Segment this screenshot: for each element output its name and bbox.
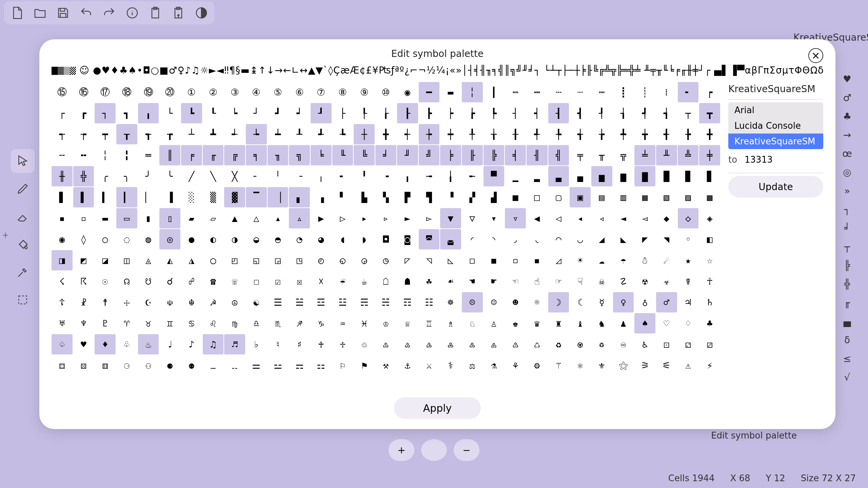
symbol-cell[interactable]: ♅ bbox=[52, 313, 73, 333]
symbol-cell[interactable]: ☭ bbox=[203, 292, 224, 312]
symbol-cell[interactable]: ┲ bbox=[159, 124, 180, 144]
symbol-cell[interactable]: ☈ bbox=[73, 271, 94, 291]
symbol-cell[interactable]: ⚟ bbox=[656, 355, 677, 375]
symbol-cell[interactable]: ▍ bbox=[95, 187, 116, 207]
symbol-cell[interactable]: ♿ bbox=[634, 334, 655, 354]
symbol-cell[interactable]: ╚ bbox=[354, 145, 375, 165]
symbol-cell[interactable]: ▽ bbox=[462, 208, 483, 228]
symbol-cell[interactable]: ◴ bbox=[311, 250, 332, 270]
sidebar-symbol[interactable]: ◎ bbox=[834, 167, 860, 178]
symbol-cell[interactable]: ▎ bbox=[116, 187, 137, 207]
zoom-out-button[interactable]: − bbox=[454, 439, 479, 461]
symbol-cell[interactable]: ♵ bbox=[419, 334, 440, 354]
symbol-cell[interactable]: ② bbox=[203, 82, 224, 102]
symbol-cell[interactable]: ☓ bbox=[311, 271, 332, 291]
symbol-cell[interactable]: ┬ bbox=[678, 103, 699, 123]
symbol-cell[interactable]: ◍ bbox=[138, 229, 159, 249]
symbol-cell[interactable]: ☝ bbox=[527, 271, 548, 291]
symbol-cell[interactable]: ╽ bbox=[440, 166, 461, 186]
symbol-cell[interactable]: ┚ bbox=[311, 103, 332, 123]
symbol-cell[interactable]: ◤ bbox=[634, 229, 655, 249]
symbol-cell[interactable]: ♜ bbox=[548, 313, 569, 333]
symbol-cell[interactable]: ╾ bbox=[462, 166, 483, 186]
symbol-cell[interactable]: ▿ bbox=[505, 208, 526, 228]
symbol-cell[interactable]: ♕ bbox=[397, 313, 418, 333]
marquee-tool[interactable] bbox=[11, 288, 35, 312]
symbol-cell[interactable]: ☨ bbox=[95, 292, 116, 312]
symbol-cell[interactable]: ⚕ bbox=[440, 355, 461, 375]
symbol-cell[interactable]: ▹ bbox=[375, 208, 396, 228]
symbol-cell[interactable]: ╪ bbox=[699, 145, 720, 165]
symbol-cell[interactable]: ┺ bbox=[332, 124, 353, 144]
symbol-cell[interactable]: ☤ bbox=[678, 271, 699, 291]
symbol-cell[interactable]: ◶ bbox=[354, 250, 375, 270]
symbol-cell[interactable]: ╆ bbox=[591, 124, 612, 144]
symbol-cell[interactable]: ⚝ bbox=[613, 355, 634, 375]
symbol-cell[interactable]: ◐ bbox=[203, 229, 224, 249]
symbol-cell[interactable]: ┯ bbox=[95, 124, 116, 144]
sidebar-symbol[interactable]: ╠ bbox=[834, 260, 860, 271]
symbol-cell[interactable]: ╥ bbox=[591, 145, 612, 165]
font-option[interactable]: Arial bbox=[728, 102, 823, 118]
symbol-cell[interactable]: ☼ bbox=[527, 292, 548, 312]
symbol-cell[interactable]: ╵ bbox=[268, 166, 289, 186]
symbol-cell[interactable]: ◛ bbox=[440, 229, 461, 249]
symbol-cell[interactable]: ☬ bbox=[181, 292, 202, 312]
symbol-cell[interactable]: ┦ bbox=[591, 103, 612, 123]
symbol-cell[interactable]: ▙ bbox=[354, 187, 375, 207]
sidebar-symbol[interactable]: √ bbox=[834, 372, 860, 383]
symbol-cell[interactable]: ╌ bbox=[52, 145, 73, 165]
symbol-cell[interactable]: ╅ bbox=[570, 124, 591, 144]
symbol-cell[interactable]: ♻ bbox=[548, 334, 569, 354]
symbol-cell[interactable]: ┹ bbox=[311, 124, 332, 144]
symbol-cell[interactable]: ☾ bbox=[570, 292, 591, 312]
symbol-cell[interactable]: ☦ bbox=[52, 292, 73, 312]
symbol-cell[interactable]: ⑮ bbox=[52, 82, 73, 102]
symbol-cell[interactable]: ♒ bbox=[332, 313, 353, 333]
symbol-cell[interactable]: ♐ bbox=[289, 313, 310, 333]
symbol-cell[interactable]: ┄ bbox=[548, 82, 569, 102]
symbol-cell[interactable]: ┉ bbox=[505, 82, 526, 102]
sidebar-symbol[interactable]: ╛ bbox=[834, 223, 860, 234]
symbol-cell[interactable]: ☫ bbox=[159, 292, 180, 312]
symbol-cell[interactable]: ╶ bbox=[289, 166, 310, 186]
symbol-cell[interactable]: ☩ bbox=[116, 292, 137, 312]
symbol-cell[interactable]: ⚠ bbox=[678, 355, 699, 375]
symbol-cell[interactable]: ◖ bbox=[332, 229, 353, 249]
symbol-cell[interactable]: ╺ bbox=[375, 166, 396, 186]
symbol-cell[interactable]: ♼ bbox=[570, 334, 591, 354]
symbol-cell[interactable]: ╊ bbox=[678, 124, 699, 144]
symbol-cell[interactable]: ▣ bbox=[570, 187, 591, 207]
symbol-cell[interactable]: ▷ bbox=[332, 208, 353, 228]
symbol-cell[interactable]: ☄ bbox=[656, 250, 677, 270]
symbol-cell[interactable]: ╭ bbox=[95, 166, 116, 186]
symbol-cell[interactable]: ╍ bbox=[73, 145, 94, 165]
symbol-cell[interactable]: ♭ bbox=[246, 334, 267, 354]
symbol-cell[interactable]: ⚂ bbox=[699, 334, 720, 354]
symbol-cell[interactable]: ♹ bbox=[505, 334, 526, 354]
symbol-cell[interactable]: ◜ bbox=[462, 229, 483, 249]
symbol-cell[interactable]: △ bbox=[246, 208, 267, 228]
symbol-cell[interactable]: ▬ bbox=[440, 82, 461, 102]
symbol-cell[interactable]: ▾ bbox=[484, 208, 505, 228]
font-option[interactable]: KreativeSquareSM bbox=[728, 134, 823, 149]
symbol-cell[interactable]: ♀ bbox=[613, 292, 634, 312]
symbol-cell[interactable]: ♲ bbox=[354, 334, 375, 354]
sidebar-symbol[interactable]: ▄ bbox=[834, 316, 860, 327]
symbol-cell[interactable]: ⚙ bbox=[527, 355, 548, 375]
symbol-cell[interactable]: ⚊ bbox=[203, 355, 224, 375]
symbol-cell[interactable]: ◸ bbox=[397, 250, 418, 270]
symbol-cell[interactable]: ▥ bbox=[613, 187, 634, 207]
symbol-cell[interactable]: ▚ bbox=[375, 187, 396, 207]
symbol-cell[interactable]: ┭ bbox=[52, 124, 73, 144]
symbol-cell[interactable]: ◕ bbox=[311, 229, 332, 249]
sidebar-symbol[interactable]: œ bbox=[834, 148, 860, 159]
symbol-cell[interactable]: ☽ bbox=[548, 292, 569, 312]
symbol-cell[interactable]: ♊ bbox=[159, 313, 180, 333]
symbol-cell[interactable]: ╈ bbox=[634, 124, 655, 144]
symbol-cell[interactable]: ⚡ bbox=[699, 355, 720, 375]
symbol-cell[interactable]: ▯ bbox=[159, 208, 180, 228]
symbol-cell[interactable]: ◥ bbox=[656, 229, 677, 249]
symbol-cell[interactable]: ☱ bbox=[289, 292, 310, 312]
symbol-cell[interactable]: ◘ bbox=[375, 229, 396, 249]
